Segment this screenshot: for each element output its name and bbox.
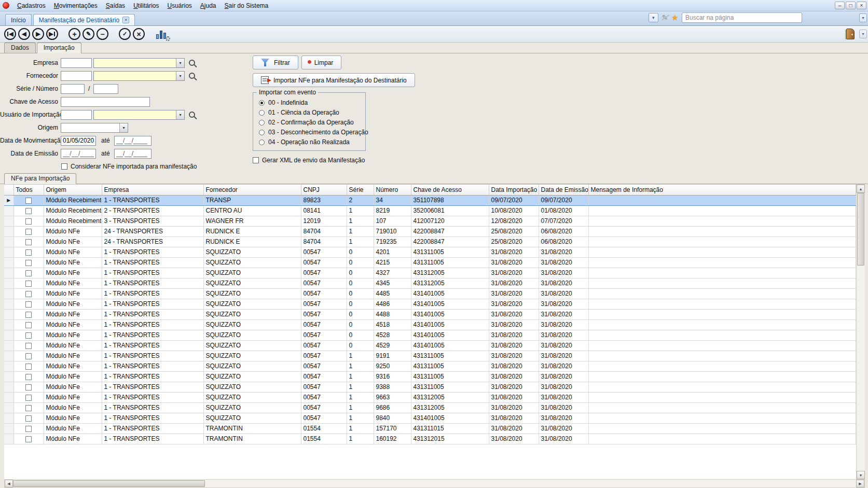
evento-option-03[interactable]: 03 - Desconhecimento da Operação <box>259 129 360 136</box>
column-header[interactable]: Chave de Acesso <box>411 185 489 195</box>
data-emissao-ate-input[interactable] <box>114 149 151 159</box>
origem-combo[interactable]: ▾ <box>61 123 128 133</box>
table-row[interactable]: Módulo NFe1 - TRANSPORTESSQUIZZATO005471… <box>4 392 856 402</box>
column-header[interactable]: Origem <box>44 185 102 195</box>
table-row[interactable]: Módulo NFe1 - TRANSPORTESSQUIZZATO005470… <box>4 278 856 288</box>
column-header[interactable]: Mensagem de Informação <box>588 185 856 195</box>
chevron-down-icon[interactable]: ▾ <box>176 110 184 119</box>
column-header[interactable]: Fornecedor <box>203 185 301 195</box>
column-header[interactable]: Série <box>347 185 374 195</box>
row-checkbox[interactable] <box>25 405 32 411</box>
fornecedor-search-icon[interactable] <box>189 73 195 79</box>
tab-importacao[interactable]: Importação <box>37 43 81 53</box>
table-row[interactable]: Módulo NFe1 - TRANSPORTESSQUIZZATO005471… <box>4 371 856 382</box>
close-button[interactable]: × <box>857 2 866 9</box>
row-checkbox[interactable] <box>25 301 32 308</box>
menu-cadastros[interactable]: Cadastros <box>13 1 50 11</box>
evento-option-04[interactable]: 04 - Operação não Realizada <box>259 138 360 146</box>
row-checkbox[interactable] <box>25 384 32 391</box>
menu-sair[interactable]: Sair do Sistema <box>221 1 273 11</box>
row-checkbox[interactable] <box>25 249 32 256</box>
minimize-button[interactable]: – <box>835 2 845 9</box>
table-row[interactable]: Módulo NFe1 - TRANSPORTESSQUIZZATO005470… <box>4 340 856 351</box>
column-header[interactable]: Número <box>374 185 411 195</box>
column-header[interactable]: Empresa <box>102 185 203 195</box>
empresa-combo-input[interactable] <box>94 59 176 67</box>
table-row[interactable]: Módulo NFe24 - TRANSPORTESRUDNICK E84704… <box>4 236 856 247</box>
scroll-down-button[interactable]: ▼ <box>857 471 865 479</box>
table-row[interactable]: Módulo Recebimento2 - TRANSPORTESCENTRO … <box>4 205 856 216</box>
row-checkbox[interactable] <box>25 239 32 245</box>
table-row[interactable]: Módulo NFe1 - TRANSPORTESSQUIZZATO005470… <box>4 268 856 278</box>
table-row[interactable]: Módulo NFe1 - TRANSPORTESSQUIZZATO005470… <box>4 309 856 319</box>
data-movimentacao-de-input[interactable] <box>61 136 96 146</box>
menu-usuarios[interactable]: Usuários <box>163 1 196 11</box>
tab-nfe-para-importacao[interactable]: NFe para Importação <box>4 173 76 184</box>
limpar-button[interactable]: Limpar <box>301 55 342 69</box>
menu-ajuda[interactable]: Ajuda <box>196 1 221 11</box>
row-checkbox[interactable] <box>25 353 32 359</box>
row-checkbox[interactable] <box>25 208 32 214</box>
menu-saidas[interactable]: Saídas <box>102 1 129 11</box>
column-header[interactable]: Data de Emissão <box>539 185 588 195</box>
fornecedor-combo[interactable]: ▾ <box>93 71 185 81</box>
gerar-xml-checkbox[interactable]: Gerar XML de envio da Manifestação <box>253 157 476 164</box>
chevron-down-icon[interactable]: ▾ <box>176 72 184 80</box>
fornecedor-code-input[interactable] <box>61 71 92 81</box>
row-checkbox[interactable] <box>25 426 32 432</box>
table-row[interactable]: Módulo NFe1 - TRANSPORTESSQUIZZATO005471… <box>4 382 856 392</box>
usuario-search-icon[interactable] <box>189 111 195 118</box>
row-checkbox[interactable] <box>25 198 32 204</box>
first-record-button[interactable]: ◀ <box>4 28 16 40</box>
chave-acesso-input[interactable] <box>61 97 150 107</box>
report-chart-button[interactable] <box>155 28 169 40</box>
row-checkbox[interactable] <box>25 395 32 401</box>
next-record-button[interactable]: ▶ <box>32 28 44 40</box>
serie-input[interactable] <box>61 84 85 94</box>
table-row[interactable]: Módulo NFe1 - TRANSPORTESTRAMONTIN015541… <box>4 423 856 434</box>
row-checkbox[interactable] <box>25 322 32 328</box>
evento-option-00[interactable]: 00 - Indefinida <box>259 99 360 106</box>
prev-record-button[interactable]: ◀ <box>18 28 30 40</box>
tab-close-icon[interactable]: × <box>122 17 129 23</box>
usuario-combo[interactable]: ▾ <box>93 110 185 120</box>
table-row[interactable]: Módulo NFe1 - TRANSPORTESSQUIZZATO005470… <box>4 319 856 330</box>
importar-nfe-button[interactable]: Importar NFe para Manifestação do Destin… <box>253 73 415 87</box>
maximize-button[interactable]: □ <box>846 2 856 9</box>
table-row[interactable]: Módulo NFe1 - TRANSPORTESSQUIZZATO005470… <box>4 247 856 257</box>
table-row[interactable]: Módulo NFe1 - TRANSPORTESSQUIZZATO005470… <box>4 257 856 268</box>
row-checkbox[interactable] <box>25 415 32 422</box>
table-row[interactable]: Módulo NFe1 - TRANSPORTESSQUIZZATO005471… <box>4 351 856 361</box>
row-checkbox[interactable] <box>25 343 32 349</box>
row-checkbox[interactable] <box>25 332 32 339</box>
find-input[interactable] <box>682 12 802 23</box>
evento-option-02[interactable]: 02 - Confirmação da Operação <box>259 119 360 126</box>
toolbar-overflow-button[interactable]: ▾ <box>859 30 867 38</box>
numero-input[interactable] <box>93 84 118 94</box>
table-row[interactable]: Módulo NFe24 - TRANSPORTESRUDNICK E84704… <box>4 226 856 236</box>
usuario-combo-input[interactable] <box>94 110 176 119</box>
row-checkbox[interactable] <box>25 260 32 266</box>
wand-icon[interactable]: ✎ <box>662 13 668 22</box>
delete-record-button[interactable]: − <box>97 28 108 40</box>
horizontal-scrollbar[interactable]: ◀ ▶ <box>4 479 865 488</box>
empresa-combo[interactable]: ▾ <box>93 58 185 68</box>
origem-combo-input[interactable] <box>61 123 119 132</box>
h-scroll-track[interactable] <box>13 480 856 487</box>
empresa-search-icon[interactable] <box>189 60 195 66</box>
findbar-dropdown-button[interactable]: ▾ <box>649 13 658 22</box>
scroll-track[interactable] <box>857 193 865 471</box>
row-checkbox[interactable] <box>25 281 32 287</box>
tab-overflow-button[interactable]: ▾ <box>859 13 867 22</box>
row-checkbox[interactable] <box>25 436 32 442</box>
confirm-button[interactable]: ✓ <box>119 28 131 40</box>
column-header[interactable]: Todos <box>13 185 44 195</box>
considerar-checkbox[interactable]: Considerar NFe importada para manifestaç… <box>61 161 197 172</box>
scroll-left-button[interactable]: ◀ <box>5 480 13 487</box>
table-row[interactable]: ▶Módulo Recebimento1 - TRANSPORTESTRANSP… <box>4 195 856 205</box>
last-record-button[interactable]: ▶ <box>46 28 58 40</box>
table-row[interactable]: Módulo NFe1 - TRANSPORTESSQUIZZATO005471… <box>4 413 856 423</box>
scroll-up-button[interactable]: ▲ <box>857 185 865 193</box>
menu-movimentacoes[interactable]: Movimentações <box>50 1 102 11</box>
table-row[interactable]: Módulo NFe1 - TRANSPORTESSQUIZZATO005471… <box>4 402 856 413</box>
